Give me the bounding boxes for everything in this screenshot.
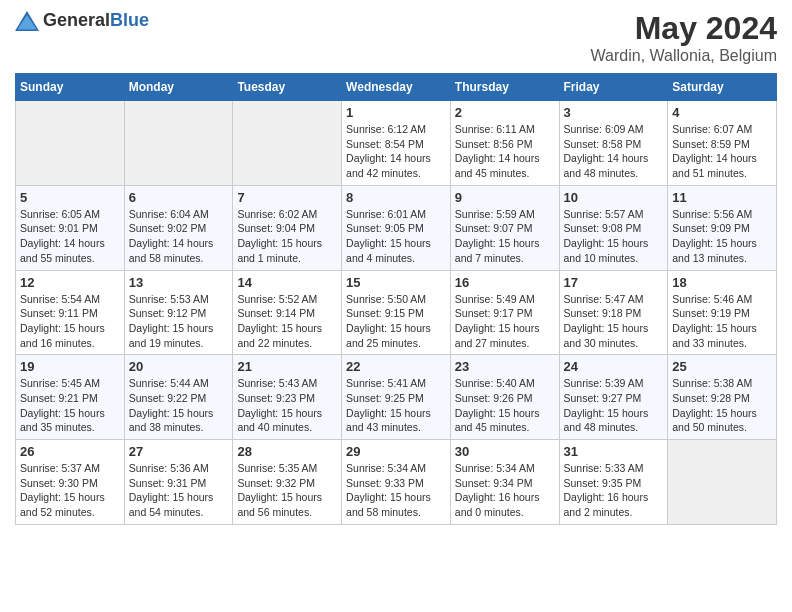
calendar-cell: 1Sunrise: 6:12 AM Sunset: 8:54 PM Daylig… (342, 101, 451, 186)
calendar-header: Sunday Monday Tuesday Wednesday Thursday… (16, 74, 777, 101)
calendar-cell: 3Sunrise: 6:09 AM Sunset: 8:58 PM Daylig… (559, 101, 668, 186)
day-number: 14 (237, 275, 337, 290)
day-number: 20 (129, 359, 229, 374)
day-info: Sunrise: 5:56 AM Sunset: 9:09 PM Dayligh… (672, 207, 772, 266)
day-number: 25 (672, 359, 772, 374)
calendar-cell: 18Sunrise: 5:46 AM Sunset: 9:19 PM Dayli… (668, 270, 777, 355)
calendar-cell: 7Sunrise: 6:02 AM Sunset: 9:04 PM Daylig… (233, 185, 342, 270)
week-row-1: 1Sunrise: 6:12 AM Sunset: 8:54 PM Daylig… (16, 101, 777, 186)
day-number: 30 (455, 444, 555, 459)
calendar-cell: 22Sunrise: 5:41 AM Sunset: 9:25 PM Dayli… (342, 355, 451, 440)
day-number: 1 (346, 105, 446, 120)
day-info: Sunrise: 5:44 AM Sunset: 9:22 PM Dayligh… (129, 376, 229, 435)
calendar-cell: 27Sunrise: 5:36 AM Sunset: 9:31 PM Dayli… (124, 440, 233, 525)
day-info: Sunrise: 5:47 AM Sunset: 9:18 PM Dayligh… (564, 292, 664, 351)
day-info: Sunrise: 6:04 AM Sunset: 9:02 PM Dayligh… (129, 207, 229, 266)
day-number: 2 (455, 105, 555, 120)
day-number: 11 (672, 190, 772, 205)
day-info: Sunrise: 5:59 AM Sunset: 9:07 PM Dayligh… (455, 207, 555, 266)
day-info: Sunrise: 6:02 AM Sunset: 9:04 PM Dayligh… (237, 207, 337, 266)
day-number: 19 (20, 359, 120, 374)
day-info: Sunrise: 6:07 AM Sunset: 8:59 PM Dayligh… (672, 122, 772, 181)
day-number: 21 (237, 359, 337, 374)
day-info: Sunrise: 5:33 AM Sunset: 9:35 PM Dayligh… (564, 461, 664, 520)
day-info: Sunrise: 5:49 AM Sunset: 9:17 PM Dayligh… (455, 292, 555, 351)
calendar-cell: 6Sunrise: 6:04 AM Sunset: 9:02 PM Daylig… (124, 185, 233, 270)
calendar-cell: 31Sunrise: 5:33 AM Sunset: 9:35 PM Dayli… (559, 440, 668, 525)
day-number: 9 (455, 190, 555, 205)
subtitle: Wardin, Wallonia, Belgium (591, 47, 777, 65)
calendar-cell: 8Sunrise: 6:01 AM Sunset: 9:05 PM Daylig… (342, 185, 451, 270)
day-number: 10 (564, 190, 664, 205)
calendar-cell: 30Sunrise: 5:34 AM Sunset: 9:34 PM Dayli… (450, 440, 559, 525)
day-info: Sunrise: 5:34 AM Sunset: 9:33 PM Dayligh… (346, 461, 446, 520)
day-info: Sunrise: 5:41 AM Sunset: 9:25 PM Dayligh… (346, 376, 446, 435)
calendar-cell: 28Sunrise: 5:35 AM Sunset: 9:32 PM Dayli… (233, 440, 342, 525)
day-info: Sunrise: 5:50 AM Sunset: 9:15 PM Dayligh… (346, 292, 446, 351)
calendar-cell: 26Sunrise: 5:37 AM Sunset: 9:30 PM Dayli… (16, 440, 125, 525)
logo-general: General (43, 10, 110, 30)
calendar-cell: 4Sunrise: 6:07 AM Sunset: 8:59 PM Daylig… (668, 101, 777, 186)
day-info: Sunrise: 6:01 AM Sunset: 9:05 PM Dayligh… (346, 207, 446, 266)
week-row-4: 19Sunrise: 5:45 AM Sunset: 9:21 PM Dayli… (16, 355, 777, 440)
calendar-cell (233, 101, 342, 186)
day-info: Sunrise: 5:46 AM Sunset: 9:19 PM Dayligh… (672, 292, 772, 351)
title-area: May 2024 Wardin, Wallonia, Belgium (591, 10, 777, 65)
th-thursday: Thursday (450, 74, 559, 101)
day-number: 5 (20, 190, 120, 205)
week-row-3: 12Sunrise: 5:54 AM Sunset: 9:11 PM Dayli… (16, 270, 777, 355)
th-monday: Monday (124, 74, 233, 101)
calendar-cell: 17Sunrise: 5:47 AM Sunset: 9:18 PM Dayli… (559, 270, 668, 355)
day-info: Sunrise: 5:45 AM Sunset: 9:21 PM Dayligh… (20, 376, 120, 435)
th-sunday: Sunday (16, 74, 125, 101)
header: GeneralBlue May 2024 Wardin, Wallonia, B… (15, 10, 777, 65)
day-number: 24 (564, 359, 664, 374)
calendar-body: 1Sunrise: 6:12 AM Sunset: 8:54 PM Daylig… (16, 101, 777, 525)
day-number: 3 (564, 105, 664, 120)
day-info: Sunrise: 6:05 AM Sunset: 9:01 PM Dayligh… (20, 207, 120, 266)
day-number: 27 (129, 444, 229, 459)
day-info: Sunrise: 5:39 AM Sunset: 9:27 PM Dayligh… (564, 376, 664, 435)
day-info: Sunrise: 5:54 AM Sunset: 9:11 PM Dayligh… (20, 292, 120, 351)
th-saturday: Saturday (668, 74, 777, 101)
calendar-cell: 14Sunrise: 5:52 AM Sunset: 9:14 PM Dayli… (233, 270, 342, 355)
day-number: 12 (20, 275, 120, 290)
day-info: Sunrise: 5:37 AM Sunset: 9:30 PM Dayligh… (20, 461, 120, 520)
day-number: 15 (346, 275, 446, 290)
day-number: 23 (455, 359, 555, 374)
day-info: Sunrise: 5:35 AM Sunset: 9:32 PM Dayligh… (237, 461, 337, 520)
calendar-cell (668, 440, 777, 525)
day-number: 28 (237, 444, 337, 459)
day-info: Sunrise: 5:53 AM Sunset: 9:12 PM Dayligh… (129, 292, 229, 351)
header-row: Sunday Monday Tuesday Wednesday Thursday… (16, 74, 777, 101)
calendar-cell: 9Sunrise: 5:59 AM Sunset: 9:07 PM Daylig… (450, 185, 559, 270)
day-number: 29 (346, 444, 446, 459)
calendar-cell: 5Sunrise: 6:05 AM Sunset: 9:01 PM Daylig… (16, 185, 125, 270)
day-number: 18 (672, 275, 772, 290)
day-number: 7 (237, 190, 337, 205)
calendar-cell: 23Sunrise: 5:40 AM Sunset: 9:26 PM Dayli… (450, 355, 559, 440)
calendar-cell: 25Sunrise: 5:38 AM Sunset: 9:28 PM Dayli… (668, 355, 777, 440)
calendar-table: Sunday Monday Tuesday Wednesday Thursday… (15, 73, 777, 525)
calendar-cell: 20Sunrise: 5:44 AM Sunset: 9:22 PM Dayli… (124, 355, 233, 440)
calendar-cell: 10Sunrise: 5:57 AM Sunset: 9:08 PM Dayli… (559, 185, 668, 270)
logo-text: GeneralBlue (43, 10, 149, 31)
day-number: 17 (564, 275, 664, 290)
main-title: May 2024 (591, 10, 777, 47)
logo: GeneralBlue (15, 10, 149, 31)
day-number: 4 (672, 105, 772, 120)
day-number: 31 (564, 444, 664, 459)
calendar-cell: 16Sunrise: 5:49 AM Sunset: 9:17 PM Dayli… (450, 270, 559, 355)
day-info: Sunrise: 6:11 AM Sunset: 8:56 PM Dayligh… (455, 122, 555, 181)
logo-blue: Blue (110, 10, 149, 30)
th-wednesday: Wednesday (342, 74, 451, 101)
day-info: Sunrise: 5:40 AM Sunset: 9:26 PM Dayligh… (455, 376, 555, 435)
calendar-cell: 13Sunrise: 5:53 AM Sunset: 9:12 PM Dayli… (124, 270, 233, 355)
calendar-cell: 24Sunrise: 5:39 AM Sunset: 9:27 PM Dayli… (559, 355, 668, 440)
calendar-cell: 29Sunrise: 5:34 AM Sunset: 9:33 PM Dayli… (342, 440, 451, 525)
calendar-cell: 2Sunrise: 6:11 AM Sunset: 8:56 PM Daylig… (450, 101, 559, 186)
day-info: Sunrise: 5:57 AM Sunset: 9:08 PM Dayligh… (564, 207, 664, 266)
day-info: Sunrise: 5:36 AM Sunset: 9:31 PM Dayligh… (129, 461, 229, 520)
calendar-cell: 12Sunrise: 5:54 AM Sunset: 9:11 PM Dayli… (16, 270, 125, 355)
calendar-cell: 11Sunrise: 5:56 AM Sunset: 9:09 PM Dayli… (668, 185, 777, 270)
